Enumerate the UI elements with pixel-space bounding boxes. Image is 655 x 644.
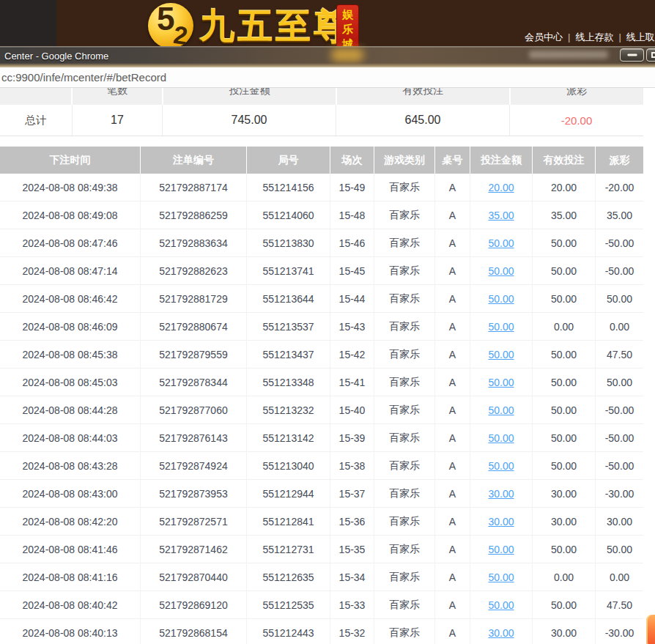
table-row: 2024-08-08 08:43:28521792874924551213040… (0, 452, 643, 480)
summary-total-row: 总计17745.00645.00-20.00 (0, 105, 643, 136)
table-row: 2024-08-08 08:40:42521792869120551212535… (0, 591, 643, 619)
cell-table-no: A (434, 508, 470, 535)
bet-amount-link[interactable]: 30.00 (488, 488, 514, 500)
cell-valid-bet: 30.00 (532, 619, 595, 644)
cell-order-no: 521792870440 (140, 563, 246, 591)
maximize-button[interactable] (646, 48, 655, 62)
cell-bet-amount: 50.00 (470, 229, 532, 256)
bet-amount-link[interactable]: 50.00 (488, 571, 514, 583)
cell-table-no: A (434, 452, 470, 479)
cell-bet-amount: 50.00 (470, 257, 532, 284)
cell-time: 2024-08-08 08:43:28 (0, 452, 140, 479)
bet-amount-link[interactable]: 50.00 (488, 432, 514, 444)
bet-amount-link[interactable]: 50.00 (488, 237, 514, 249)
header-cell-payout: 派彩 (595, 147, 643, 174)
cell-valid-bet: 50.00 (532, 396, 595, 423)
cell-valid-bet: 50.00 (532, 452, 595, 479)
cell-session: 15-45 (330, 257, 374, 284)
nav-link-1[interactable]: 线上存款 (575, 32, 613, 42)
cell-round-no: 551213537 (246, 313, 330, 340)
cell-valid-bet: 35.00 (532, 201, 595, 229)
nav-link-2[interactable]: 线上取款 (626, 32, 655, 42)
cell-bet-amount: 50.00 (470, 369, 532, 396)
cell-time: 2024-08-08 08:49:08 (0, 201, 140, 229)
cell-bet-amount: 50.00 (470, 341, 532, 368)
cell-valid-bet: 30.00 (532, 508, 595, 535)
top-nav: 会员中心|线上存款|线上取款 (525, 30, 655, 45)
cell-round-no: 551212635 (246, 563, 330, 591)
bet-amount-link[interactable]: 30.00 (488, 627, 514, 639)
bet-amount-link[interactable]: 30.00 (488, 516, 514, 528)
cell-game-type: 百家乐 (374, 396, 434, 423)
cell-round-no: 551213741 (246, 257, 330, 284)
table-row: 2024-08-08 08:40:13521792868154551212443… (0, 619, 643, 644)
cell-payout: 50.00 (595, 285, 643, 312)
cell-valid-bet: 20.00 (532, 174, 595, 201)
table-row: 2024-08-08 08:45:03521792878344551213348… (0, 369, 643, 396)
cell-order-no: 521792874924 (140, 452, 246, 479)
cell-bet-amount: 50.00 (470, 313, 532, 340)
minimize-button[interactable] (620, 48, 644, 62)
cell-game-type: 百家乐 (374, 591, 434, 618)
cell-time: 2024-08-08 08:40:42 (0, 591, 140, 618)
blurred-account-info (529, 51, 608, 59)
cell-game-type: 百家乐 (374, 424, 434, 451)
cell-time: 2024-08-08 08:47:46 (0, 229, 140, 256)
table-row: 2024-08-08 08:41:46521792871462551212731… (0, 536, 643, 563)
cell-round-no: 551213142 (246, 424, 330, 451)
cell-session: 15-48 (330, 201, 374, 229)
window-titlebar[interactable]: Center - Google Chrome (0, 46, 655, 67)
cell-session: 15-38 (330, 452, 374, 479)
cell-bet-amount: 30.00 (470, 508, 532, 535)
site-header: 5 2 九五至尊 娱乐城 会员中心|线上存款|线上取款 (0, 0, 655, 50)
cell-game-type: 百家乐 (374, 536, 434, 563)
badge-char: 乐 (337, 22, 358, 37)
cell-game-type: 百家乐 (374, 201, 434, 229)
window-title: Center - Google Chrome (4, 51, 108, 62)
bet-amount-link[interactable]: 50.00 (488, 265, 514, 277)
cell-round-no: 551213830 (246, 229, 330, 256)
cell-order-no: 521792879559 (140, 341, 246, 368)
bet-amount-link[interactable]: 35.00 (488, 210, 514, 221)
table-row: 2024-08-08 08:46:42521792881729551213644… (0, 285, 643, 313)
logo-glyph: 5 (157, 1, 174, 37)
bet-amount-link[interactable]: 50.00 (488, 293, 514, 305)
nav-separator: | (568, 32, 570, 42)
address-bar[interactable]: cc:9900/infe/mcenter/#/betRecord (0, 67, 655, 88)
bet-amount-link[interactable]: 50.00 (488, 599, 514, 611)
bet-amount-link[interactable]: 20.00 (488, 182, 514, 193)
cell-session: 15-37 (330, 480, 374, 507)
cell-bet-amount: 35.00 (470, 201, 532, 229)
url-text[interactable]: cc:9900/infe/mcenter/#/betRecord (1, 67, 166, 87)
cell-time: 2024-08-08 08:46:09 (0, 313, 140, 340)
bet-amount-link[interactable]: 50.00 (488, 321, 514, 333)
cell-table-no: A (434, 229, 470, 256)
bet-amount-link[interactable]: 50.00 (488, 349, 514, 360)
bet-amount-link[interactable]: 50.00 (488, 460, 514, 472)
cell-table-no: A (434, 619, 470, 644)
cell-session: 15-35 (330, 536, 374, 563)
table-row: 2024-08-08 08:47:46521792883634551213830… (0, 229, 643, 257)
cell-bet-amount: 20.00 (470, 174, 532, 201)
blurred-logo-artifact (331, 48, 363, 62)
header-cell-valid-bet: 有效投注 (532, 147, 595, 174)
cell-order-no: 521792871462 (140, 536, 246, 563)
cell-order-no: 521792877060 (140, 396, 246, 423)
cell-session: 15-42 (330, 341, 374, 368)
bet-amount-link[interactable]: 50.00 (488, 377, 514, 388)
cell-order-no: 521792878344 (140, 369, 246, 396)
cell-valid-bet: 50.00 (532, 229, 595, 256)
bet-amount-link[interactable]: 50.00 (488, 544, 514, 555)
cell-game-type: 百家乐 (374, 341, 434, 368)
table-row: 2024-08-08 08:44:03521792876143551213142… (0, 424, 643, 452)
cell-time: 2024-08-08 08:49:38 (0, 174, 140, 201)
cell-session: 15-46 (330, 229, 374, 256)
cell-time: 2024-08-08 08:45:03 (0, 369, 140, 396)
cell-table-no: A (434, 369, 470, 396)
floating-service-widget[interactable] (646, 615, 655, 644)
bet-amount-link[interactable]: 50.00 (488, 404, 514, 416)
cell-round-no: 551214156 (246, 174, 330, 201)
nav-link-0[interactable]: 会员中心 (525, 32, 563, 42)
cell-session: 15-34 (330, 563, 374, 591)
cell-bet-amount: 50.00 (470, 452, 532, 479)
